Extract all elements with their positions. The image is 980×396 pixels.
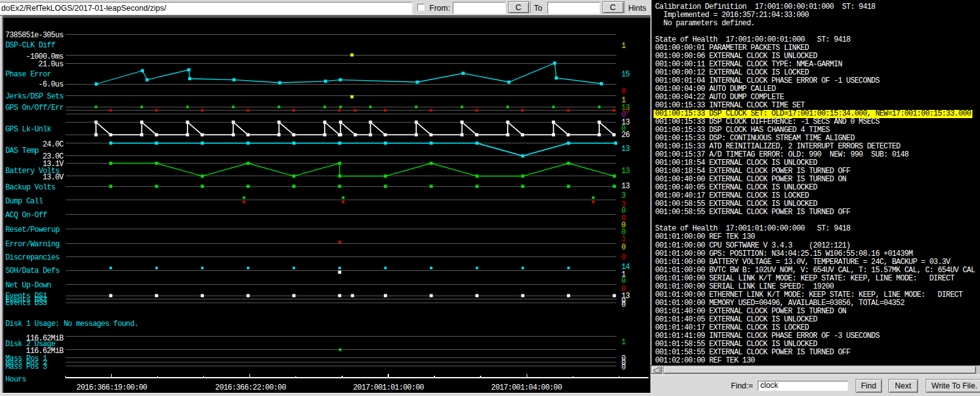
svg-text:2017:001:04:00:00: 2017:001:04:00:00: [491, 383, 562, 392]
svg-text:Discrepancies: Discrepancies: [6, 253, 60, 262]
svg-text:DSP-CLK Diff: DSP-CLK Diff: [6, 41, 56, 50]
svg-text:Net Up-Down: Net Up-Down: [6, 281, 52, 290]
svg-text:1: 1: [621, 42, 626, 51]
svg-text:Reset/Powerup: Reset/Powerup: [6, 225, 60, 234]
svg-text:0: 0: [621, 87, 626, 96]
svg-text:Error/Warning: Error/Warning: [6, 240, 60, 249]
svg-text:GPS On/Off/Err: GPS On/Off/Err: [6, 104, 64, 112]
svg-text:DAS Temp: DAS Temp: [6, 147, 39, 155]
svg-text:Events DS3: Events DS3: [6, 299, 47, 308]
svg-text:0: 0: [621, 301, 626, 309]
svg-text:7385851e-305us: 7385851e-305us: [5, 31, 64, 40]
svg-text:SOH/Data Defs: SOH/Data Defs: [6, 267, 60, 275]
svg-text:3: 3: [625, 106, 630, 115]
svg-text:ACQ On-Off: ACQ On-Off: [6, 211, 47, 220]
svg-text:116.62MiB: 116.62MiB: [26, 347, 64, 356]
svg-text:24.0C: 24.0C: [42, 140, 63, 149]
svg-text:15: 15: [621, 70, 630, 79]
svg-text:2017:001:01:00:00: 2017:001:01:00:00: [353, 383, 424, 392]
svg-text:13: 13: [621, 182, 630, 191]
svg-text:0: 0: [621, 253, 626, 262]
svg-text:0: 0: [621, 363, 626, 372]
svg-text:Jerks/DSP Sets: Jerks/DSP Sets: [6, 92, 64, 101]
svg-text:116.62MiB: 116.62MiB: [26, 334, 64, 343]
svg-text:13.1V: 13.1V: [42, 160, 64, 169]
svg-text:1: 1: [621, 235, 626, 244]
svg-text:2016:366:19:00:00: 2016:366:19:00:00: [76, 383, 147, 392]
svg-text:0: 0: [621, 243, 626, 252]
svg-text:13: 13: [621, 167, 630, 176]
svg-text:2016:366:22:00:00: 2016:366:22:00:00: [215, 383, 286, 392]
svg-text:Dump Call: Dump Call: [6, 197, 44, 206]
svg-text:13: 13: [621, 145, 630, 153]
svg-text:1: 1: [621, 338, 626, 347]
svg-text:3: 3: [621, 191, 626, 200]
svg-text:0: 0: [621, 277, 626, 285]
svg-text:Backup Volts: Backup Volts: [6, 183, 56, 192]
svg-text:-6.0us: -6.0us: [39, 80, 64, 89]
svg-text:13.0V: 13.0V: [42, 173, 64, 182]
svg-text:Phase Error: Phase Error: [6, 70, 52, 79]
svg-text:Hours: Hours: [6, 375, 27, 384]
svg-text:26: 26: [621, 131, 630, 140]
svg-text:GPS Lk-Unlk: GPS Lk-Unlk: [6, 125, 52, 134]
svg-text:Mass Pos 3: Mass Pos 3: [6, 363, 47, 371]
svg-text:Disk 1 Usage: No messages foun: Disk 1 Usage: No messages found.: [6, 320, 139, 328]
svg-text:21.0us: 21.0us: [39, 60, 64, 69]
